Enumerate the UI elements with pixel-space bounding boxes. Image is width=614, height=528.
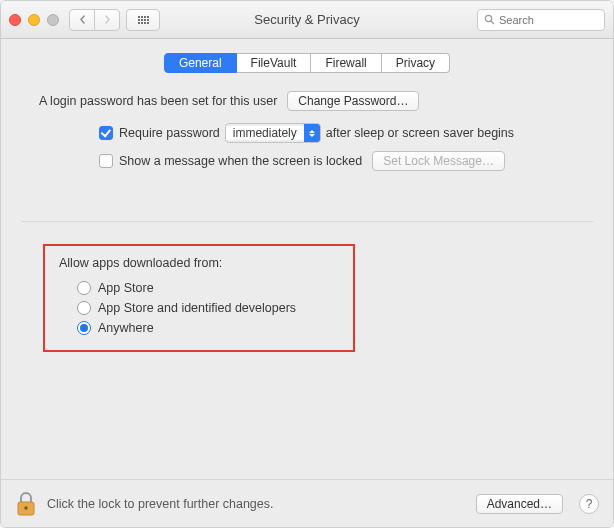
content-area: General FileVault Firewall Privacy A log… bbox=[1, 39, 613, 479]
gatekeeper-option-anywhere[interactable]: Anywhere bbox=[59, 318, 339, 338]
tab-bar: General FileVault Firewall Privacy bbox=[21, 53, 593, 73]
lock-icon[interactable] bbox=[15, 491, 37, 517]
show-message-checkbox[interactable] bbox=[99, 154, 113, 168]
grid-icon bbox=[138, 16, 149, 24]
require-password-label-before: Require password bbox=[119, 126, 220, 140]
maximize-window-button[interactable] bbox=[47, 14, 59, 26]
tab-filevault[interactable]: FileVault bbox=[237, 53, 312, 73]
search-input[interactable] bbox=[499, 14, 598, 26]
radio-identified-label: App Store and identified developers bbox=[98, 301, 296, 315]
require-password-delay-value: immediately bbox=[226, 126, 304, 140]
gatekeeper-option-identified[interactable]: App Store and identified developers bbox=[59, 298, 339, 318]
svg-point-3 bbox=[24, 506, 28, 510]
require-password-label-after: after sleep or screen saver begins bbox=[326, 126, 514, 140]
require-password-delay-select[interactable]: immediately bbox=[225, 123, 321, 143]
login-section: A login password has been set for this u… bbox=[21, 91, 593, 183]
lock-hint-text: Click the lock to prevent further change… bbox=[47, 497, 466, 511]
stepper-arrows-icon bbox=[304, 124, 320, 142]
gatekeeper-section: Allow apps downloaded from: App Store Ap… bbox=[43, 244, 355, 352]
tab-firewall[interactable]: Firewall bbox=[311, 53, 381, 73]
close-window-button[interactable] bbox=[9, 14, 21, 26]
titlebar: Security & Privacy bbox=[1, 1, 613, 39]
radio-anywhere-label: Anywhere bbox=[98, 321, 154, 335]
login-status-text: A login password has been set for this u… bbox=[39, 94, 277, 108]
chevron-right-icon bbox=[104, 15, 111, 24]
back-button[interactable] bbox=[69, 9, 95, 31]
forward-button[interactable] bbox=[94, 9, 120, 31]
section-divider bbox=[21, 221, 593, 222]
show-message-label: Show a message when the screen is locked bbox=[119, 154, 362, 168]
change-password-button[interactable]: Change Password… bbox=[287, 91, 419, 111]
window-controls bbox=[9, 14, 59, 26]
search-icon bbox=[484, 14, 495, 25]
footer: Click the lock to prevent further change… bbox=[1, 479, 613, 527]
radio-appstore[interactable] bbox=[77, 281, 91, 295]
chevron-left-icon bbox=[79, 15, 86, 24]
radio-appstore-label: App Store bbox=[98, 281, 154, 295]
tab-privacy[interactable]: Privacy bbox=[382, 53, 450, 73]
security-privacy-window: Security & Privacy General FileVault Fir… bbox=[0, 0, 614, 528]
show-all-prefs-button[interactable] bbox=[126, 9, 160, 31]
advanced-button[interactable]: Advanced… bbox=[476, 494, 563, 514]
nav-buttons bbox=[69, 9, 120, 31]
gatekeeper-title: Allow apps downloaded from: bbox=[59, 256, 339, 270]
tab-general[interactable]: General bbox=[164, 53, 237, 73]
svg-point-0 bbox=[485, 15, 491, 21]
set-lock-message-button[interactable]: Set Lock Message… bbox=[372, 151, 505, 171]
radio-anywhere[interactable] bbox=[77, 321, 91, 335]
question-icon: ? bbox=[586, 497, 593, 511]
help-button[interactable]: ? bbox=[579, 494, 599, 514]
radio-identified[interactable] bbox=[77, 301, 91, 315]
require-password-checkbox[interactable] bbox=[99, 126, 113, 140]
gatekeeper-option-appstore[interactable]: App Store bbox=[59, 278, 339, 298]
svg-line-1 bbox=[491, 21, 494, 24]
search-field[interactable] bbox=[477, 9, 605, 31]
minimize-window-button[interactable] bbox=[28, 14, 40, 26]
